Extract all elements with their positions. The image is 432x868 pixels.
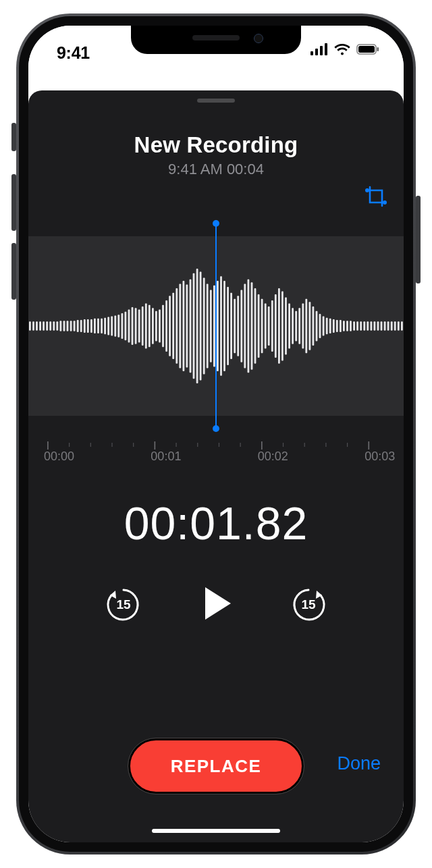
recording-title[interactable]: New Recording bbox=[28, 132, 404, 158]
svg-rect-9 bbox=[29, 321, 31, 330]
timeline[interactable]: 00:00 00:01 00:02 00:03 bbox=[28, 441, 404, 467]
svg-rect-97 bbox=[329, 319, 331, 333]
svg-rect-87 bbox=[295, 311, 297, 342]
svg-rect-110 bbox=[374, 321, 376, 330]
svg-rect-54 bbox=[183, 281, 185, 371]
svg-rect-111 bbox=[377, 321, 379, 330]
notch bbox=[131, 26, 301, 54]
svg-rect-71 bbox=[240, 290, 242, 362]
svg-rect-10 bbox=[32, 321, 34, 330]
svg-rect-108 bbox=[367, 321, 369, 330]
svg-rect-27 bbox=[90, 319, 92, 333]
svg-rect-98 bbox=[333, 319, 335, 333]
play-icon bbox=[196, 583, 236, 624]
svg-rect-53 bbox=[179, 283, 181, 368]
play-button[interactable] bbox=[196, 583, 236, 626]
svg-rect-113 bbox=[384, 321, 386, 330]
svg-rect-11 bbox=[36, 321, 38, 330]
svg-rect-51 bbox=[172, 293, 174, 359]
svg-point-8 bbox=[365, 188, 369, 192]
svg-rect-66 bbox=[223, 281, 225, 371]
svg-rect-104 bbox=[353, 321, 355, 330]
svg-rect-67 bbox=[227, 287, 229, 365]
replace-button[interactable]: REPLACE bbox=[128, 738, 304, 794]
svg-rect-2 bbox=[320, 46, 323, 55]
svg-rect-6 bbox=[377, 47, 379, 51]
svg-rect-49 bbox=[165, 300, 167, 352]
svg-rect-93 bbox=[316, 311, 318, 342]
svg-rect-58 bbox=[196, 269, 198, 383]
svg-rect-14 bbox=[46, 321, 48, 330]
svg-rect-106 bbox=[360, 321, 362, 330]
svg-rect-55 bbox=[186, 285, 188, 368]
svg-rect-34 bbox=[114, 315, 116, 336]
svg-rect-46 bbox=[155, 311, 157, 342]
battery-icon bbox=[356, 43, 379, 58]
svg-rect-77 bbox=[261, 299, 263, 353]
svg-rect-94 bbox=[319, 314, 321, 338]
svg-rect-84 bbox=[285, 298, 287, 355]
done-button[interactable]: Done bbox=[337, 753, 381, 774]
svg-rect-89 bbox=[302, 304, 304, 349]
svg-rect-18 bbox=[60, 321, 62, 331]
svg-rect-85 bbox=[288, 304, 290, 349]
svg-rect-15 bbox=[49, 321, 51, 330]
svg-rect-72 bbox=[244, 283, 246, 368]
svg-rect-37 bbox=[125, 312, 127, 341]
svg-rect-26 bbox=[87, 319, 89, 333]
svg-rect-24 bbox=[80, 320, 82, 332]
svg-rect-38 bbox=[128, 309, 130, 342]
waveform-area[interactable] bbox=[28, 215, 404, 437]
svg-rect-60 bbox=[203, 278, 205, 375]
svg-rect-56 bbox=[190, 279, 192, 373]
svg-rect-114 bbox=[387, 321, 389, 330]
svg-rect-30 bbox=[101, 319, 103, 333]
svg-rect-35 bbox=[117, 315, 119, 337]
svg-rect-44 bbox=[148, 305, 151, 348]
svg-rect-78 bbox=[265, 304, 267, 349]
svg-rect-107 bbox=[363, 321, 365, 330]
wifi-icon bbox=[333, 43, 351, 58]
svg-rect-74 bbox=[251, 282, 253, 370]
svg-rect-103 bbox=[350, 321, 352, 331]
home-indicator[interactable] bbox=[152, 829, 280, 833]
svg-rect-3 bbox=[325, 43, 327, 55]
current-time: 00:01.82 bbox=[28, 497, 404, 549]
trim-button[interactable] bbox=[364, 185, 387, 211]
svg-rect-65 bbox=[220, 276, 222, 376]
skip-forward-button[interactable]: 15 bbox=[289, 585, 328, 624]
svg-rect-86 bbox=[292, 308, 294, 344]
timeline-label: 00:01 bbox=[151, 450, 181, 464]
svg-rect-82 bbox=[278, 288, 280, 364]
svg-rect-42 bbox=[142, 306, 144, 346]
svg-rect-13 bbox=[43, 321, 45, 330]
svg-point-7 bbox=[383, 200, 387, 205]
svg-rect-91 bbox=[309, 302, 311, 350]
svg-rect-48 bbox=[162, 305, 164, 348]
svg-rect-99 bbox=[336, 320, 338, 332]
svg-rect-81 bbox=[275, 294, 277, 358]
svg-rect-101 bbox=[343, 321, 345, 331]
svg-rect-50 bbox=[169, 296, 171, 356]
svg-rect-33 bbox=[111, 317, 113, 336]
svg-rect-118 bbox=[401, 321, 403, 330]
svg-rect-45 bbox=[152, 308, 154, 344]
svg-rect-68 bbox=[230, 293, 232, 359]
svg-rect-73 bbox=[248, 279, 250, 373]
skip-back-button[interactable]: 15 bbox=[104, 585, 143, 624]
svg-rect-88 bbox=[298, 308, 300, 344]
svg-rect-83 bbox=[281, 292, 284, 361]
svg-rect-12 bbox=[39, 321, 41, 330]
svg-rect-5 bbox=[358, 46, 375, 53]
svg-rect-90 bbox=[305, 299, 307, 353]
svg-rect-95 bbox=[323, 317, 325, 336]
svg-rect-47 bbox=[159, 309, 161, 342]
svg-rect-96 bbox=[326, 318, 328, 335]
svg-rect-43 bbox=[145, 304, 147, 349]
svg-rect-17 bbox=[56, 321, 58, 330]
svg-rect-19 bbox=[63, 321, 65, 331]
svg-rect-39 bbox=[132, 307, 134, 345]
timeline-label: 00:03 bbox=[364, 450, 395, 464]
svg-rect-115 bbox=[391, 321, 393, 330]
sheet-grabber[interactable] bbox=[197, 99, 235, 103]
